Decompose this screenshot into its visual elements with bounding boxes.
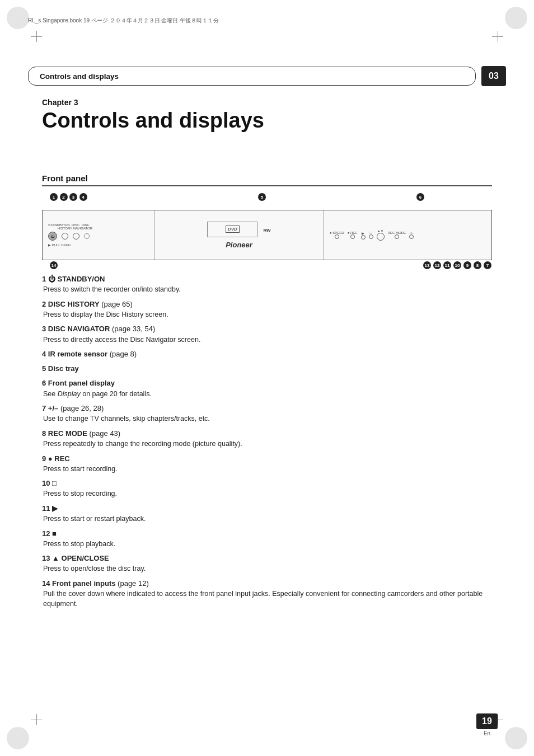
desc-item-4: 4 IR remote sensor (page 8)	[42, 349, 492, 359]
section-title-bar: Front panel	[42, 173, 492, 186]
desc-item-7-title: 7 +/– (page 26, 28)	[42, 403, 492, 414]
disc-history-button-icon	[62, 233, 68, 240]
header-title-container: Controls and displays	[28, 67, 476, 86]
chapter-section: Chapter 3 Controls and displays	[42, 98, 264, 133]
diagram-container: 1 2 3 4 5 6 STANDBY/ON DISC DISC HISTORY…	[42, 193, 492, 275]
desc-item-14-body: Pull the cover down where indicated to a…	[42, 589, 492, 609]
chapter-label: Chapter 3	[42, 98, 264, 107]
speed-indicator: ● SPEED	[330, 231, 344, 239]
desc-item-13-title: 13 ▲ OPEN/CLOSE	[42, 553, 492, 564]
desc-item-10-title: 10 □	[42, 478, 492, 489]
device-center-panel: DVD RW Pioneer	[154, 210, 324, 260]
indicator-dot-ch	[409, 234, 414, 239]
desc-item-1-title: 1 ⏻ STANDBY/ON	[42, 274, 492, 284]
desc-item-2: 2 DISC HISTORY (page 65) Press to displa…	[42, 299, 492, 320]
indicator-dot-recmode	[395, 234, 399, 239]
desc-item-6: 6 Front panel display See Display on pag…	[42, 378, 492, 399]
desc-item-1: 1 ⏻ STANDBY/ON Press to switch the recor…	[42, 274, 492, 295]
indicator-dot-play	[361, 235, 366, 240]
ir-sensor-icon	[84, 233, 90, 239]
indicator-dot-stop	[369, 234, 373, 239]
num-label-14: 14	[50, 261, 58, 269]
indicator-dot-rec	[350, 234, 355, 239]
desc-item-11: 11 ▶ Press to start or restart playback.	[42, 504, 492, 524]
crosshair-tr	[492, 31, 503, 42]
dvd-label: DVD	[226, 226, 240, 233]
corner-decoration-tl	[7, 7, 29, 29]
num-labels-right: 13 12 11 10 9 8 7	[423, 261, 492, 269]
device-diagram: STANDBY/ON DISC DISC HISTORY NAVIGATOR ⏻…	[42, 210, 492, 260]
desc-item-6-title: 6 Front panel display	[42, 378, 492, 388]
desc-item-10-body: Press to stop recording.	[42, 489, 492, 499]
play-indicator: ▶	[361, 231, 366, 240]
desc-item-8-title: 8 REC MODE (page 43)	[42, 429, 492, 439]
chapter-badge: 03	[481, 66, 506, 86]
ch-indicator: +/–	[409, 231, 414, 239]
desc-item-12: 12 ■ Press to stop playback.	[42, 529, 492, 550]
open-close-indicator: ▲▼	[377, 229, 385, 241]
device-right-panel: ● SPEED ● REC ▶ □ ▲▼	[324, 210, 491, 260]
file-info-text: RL_s Singapore.book 19 ページ ２０４年４月２３日 金曜日…	[28, 17, 219, 24]
desc-item-8: 8 REC MODE (page 43) Press repeatedly to…	[42, 429, 492, 449]
indicator-dot-openclose	[377, 233, 385, 241]
chapter-num: 03	[481, 66, 506, 86]
standby-button-icon: ⏻	[48, 232, 57, 241]
desc-item-10: 10 □ Press to stop recording.	[42, 478, 492, 499]
desc-item-9-title: 9 ● REC	[42, 454, 492, 464]
desc-item-4-title: 4 IR remote sensor (page 8)	[42, 349, 492, 359]
desc-section: 1 ⏻ STANDBY/ON Press to switch the recor…	[42, 274, 492, 613]
disc-navigator-button-icon	[73, 233, 79, 240]
desc-item-8-body: Press repeatedly to change the recording…	[42, 439, 492, 449]
rec-indicator: ● REC	[348, 231, 358, 239]
diagram-numbers-bottom: 14 13 12 11 10 9 8 7	[42, 261, 492, 275]
rw-label: RW	[263, 228, 270, 233]
num-label-6: 6	[416, 193, 425, 201]
page-number: 19	[476, 713, 498, 729]
num-label-1: 1 2 3 4	[50, 193, 88, 201]
device-left-labels: STANDBY/ON DISC DISC HISTORY NAVIGATOR	[48, 223, 148, 230]
desc-item-3-title: 3 DISC NAVIGATOR (page 33, 54)	[42, 324, 492, 334]
file-info-bar: RL_s Singapore.book 19 ページ ２０４年４月２３日 金曜日…	[28, 17, 219, 25]
desc-item-14-title: 14 Front panel inputs (page 12)	[42, 579, 492, 589]
corner-decoration-br	[505, 727, 527, 749]
desc-item-7: 7 +/– (page 26, 28) Use to change TV cha…	[42, 403, 492, 424]
header-title: Controls and displays	[29, 67, 475, 85]
section-title: Front panel	[42, 173, 88, 183]
indicator-dot-speed	[335, 234, 339, 239]
desc-item-3-body: Press to directly access the Disc Naviga…	[42, 335, 492, 345]
header-bar: Controls and displays 03	[28, 66, 506, 86]
device-left-panel: STANDBY/ON DISC DISC HISTORY NAVIGATOR ⏻…	[43, 210, 154, 260]
corner-decoration-tr	[505, 7, 527, 29]
stop-indicator: □	[369, 231, 373, 239]
rec-mode-indicator: REC MODE	[388, 231, 406, 239]
desc-item-11-title: 11 ▶	[42, 504, 492, 514]
device-right-indicators: ● SPEED ● REC ▶ □ ▲▼	[330, 229, 486, 241]
chapter-title: Controls and displays	[42, 109, 264, 133]
diagram-numbers-top: 1 2 3 4 5 6	[42, 193, 492, 209]
desc-item-6-body: See Display on page 20 for details.	[42, 389, 492, 400]
desc-item-2-title: 2 DISC HISTORY (page 65)	[42, 299, 492, 309]
page-lang: En	[484, 730, 490, 736]
disc-tray-area: DVD RW	[207, 222, 270, 240]
brand-name: Pioneer	[226, 241, 252, 249]
desc-item-12-title: 12 ■	[42, 529, 492, 539]
pull-open-label: ▶ PULL OPEN	[48, 243, 148, 247]
desc-item-9-body: Press to start recording.	[42, 464, 492, 475]
device-left-buttons: ⏻	[48, 232, 148, 241]
desc-item-7-body: Use to change TV channels, skip chapters…	[42, 414, 492, 424]
desc-item-13-body: Press to open/close the disc tray.	[42, 564, 492, 574]
crosshair-tl	[31, 31, 42, 42]
page-footer: 19 En	[476, 713, 498, 736]
disc-tray-icon: DVD	[207, 222, 257, 237]
desc-item-1-body: Press to switch the recorder on/into sta…	[42, 285, 492, 295]
desc-item-14: 14 Front panel inputs (page 12) Pull the…	[42, 579, 492, 609]
num-label-5: 5	[258, 193, 266, 201]
crosshair-bl	[31, 714, 42, 725]
corner-decoration-bl	[7, 727, 29, 749]
desc-item-9: 9 ● REC Press to start recording.	[42, 454, 492, 475]
desc-item-11-body: Press to start or restart playback.	[42, 514, 492, 524]
desc-item-12-body: Press to stop playback.	[42, 539, 492, 550]
desc-item-2-body: Press to display the Disc History screen…	[42, 310, 492, 320]
desc-item-3: 3 DISC NAVIGATOR (page 33, 54) Press to …	[42, 324, 492, 345]
desc-item-13: 13 ▲ OPEN/CLOSE Press to open/close the …	[42, 553, 492, 574]
